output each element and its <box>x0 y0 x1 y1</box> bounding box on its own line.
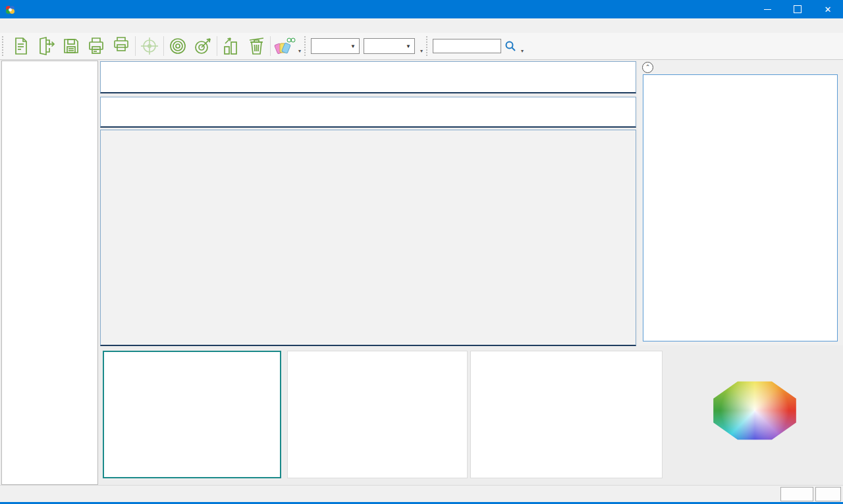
cielab-card <box>643 74 838 341</box>
reflectance-chart-panel[interactable] <box>470 351 663 478</box>
auto-mode-button[interactable] <box>780 487 813 501</box>
deltae-trend-chart-panel[interactable] <box>287 351 468 478</box>
search-button[interactable] <box>501 34 520 58</box>
color-card-search-button[interactable] <box>272 34 297 58</box>
print-word-button[interactable] <box>109 34 134 58</box>
tolerance-panel <box>100 61 636 93</box>
print-icon <box>86 36 106 56</box>
color-fan-icon <box>273 36 296 57</box>
export-button[interactable] <box>34 34 59 58</box>
new-document-icon <box>11 36 31 56</box>
search-icon <box>504 40 516 52</box>
collapse-panel-icon[interactable]: ⌃ <box>642 62 653 73</box>
delete-button[interactable] <box>244 34 269 58</box>
maximize-button[interactable] <box>782 0 813 18</box>
toolbar-separator <box>135 36 136 56</box>
trash-icon <box>246 36 266 56</box>
scatter-chart-panel[interactable] <box>103 351 281 478</box>
search-input[interactable] <box>433 39 501 53</box>
status-extra-button[interactable] <box>815 487 841 501</box>
minimize-button[interactable] <box>752 0 782 18</box>
title-bar: ✕ <box>0 0 843 18</box>
report-chart-button[interactable] <box>219 34 244 58</box>
print-button[interactable] <box>84 34 109 58</box>
measure-standard-button[interactable] <box>165 34 190 58</box>
print-word-icon <box>111 36 132 57</box>
toolbar-separator <box>163 36 164 56</box>
app-window: ✕ <box>0 0 843 504</box>
app-logo-icon <box>5 5 15 14</box>
toolbar-grip[interactable] <box>304 36 308 56</box>
toolbar-overflow-icon[interactable]: ▾ <box>298 48 301 54</box>
color-difference-panel: ⌃ <box>638 61 843 345</box>
standard-panel <box>100 97 636 128</box>
calibrate-target-icon <box>140 36 159 56</box>
status-bar <box>0 485 843 503</box>
toolbar-separator <box>270 36 271 56</box>
sample-tree <box>1 61 98 485</box>
gamut-octagon <box>710 379 800 442</box>
illuminant-select[interactable]: ▼ <box>364 38 415 54</box>
toolbar-grip[interactable] <box>426 36 430 56</box>
menu-bar <box>0 18 843 34</box>
samples-panel <box>100 130 636 346</box>
close-button[interactable]: ✕ <box>813 0 843 18</box>
save-button[interactable] <box>59 34 84 58</box>
color-gamut-chart-panel[interactable] <box>664 349 842 480</box>
toolbar-overflow-icon[interactable]: ▾ <box>420 48 423 54</box>
chevron-down-icon: ▼ <box>350 43 356 49</box>
concentric-circles-icon <box>168 36 188 56</box>
toolbar-overflow-icon[interactable]: ▾ <box>521 48 524 54</box>
dart-target-icon <box>193 36 213 56</box>
save-icon <box>61 36 81 56</box>
toolbar: ▾ ▼ ▼ ▾ ▾ <box>0 33 843 60</box>
bar-chart-icon <box>221 36 241 56</box>
measure-sample-button[interactable] <box>190 34 215 58</box>
toolbar-separator <box>217 36 217 56</box>
export-icon <box>36 36 56 56</box>
toolbar-grip[interactable] <box>2 36 6 56</box>
chevron-down-icon: ▼ <box>406 43 411 49</box>
sci-sce-select[interactable]: ▼ <box>311 38 360 54</box>
calibrate-button[interactable] <box>137 34 162 58</box>
new-document-button[interactable] <box>9 34 34 58</box>
